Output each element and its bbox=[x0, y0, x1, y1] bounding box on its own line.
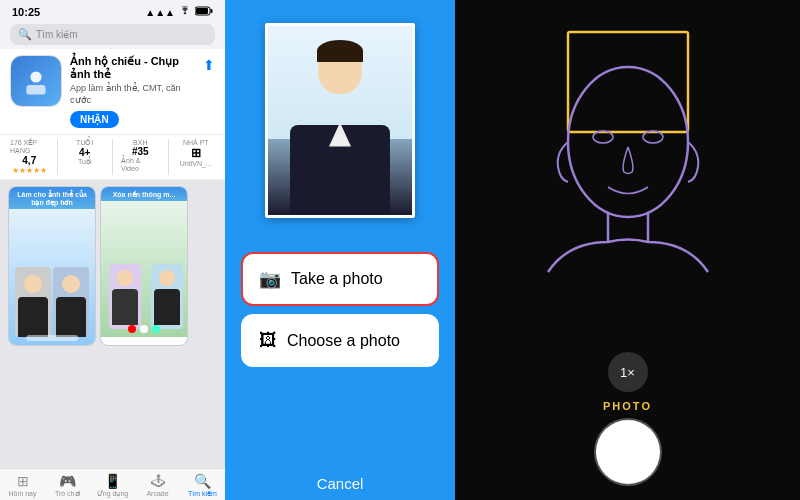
choose-photo-button[interactable]: 🖼 Choose a photo bbox=[241, 314, 439, 367]
gallery-icon: 🖼 bbox=[259, 330, 277, 351]
stat-rank: BXH #35 Ảnh & Video bbox=[121, 139, 160, 175]
screenshots-area: Làm cho ảnh thẻ của bạn đẹp hơn Xó bbox=[0, 180, 225, 468]
svg-rect-4 bbox=[26, 85, 45, 95]
cancel-button[interactable]: Cancel bbox=[309, 467, 372, 500]
battery-icon bbox=[195, 6, 213, 18]
app-icon bbox=[10, 55, 62, 107]
stat-rating: 176 XẾP HẠNG 4,7 ★★★★★ bbox=[10, 139, 49, 175]
svg-rect-1 bbox=[196, 8, 208, 14]
stat-age-label: TUỔI bbox=[76, 139, 93, 147]
nav-search-label: Tìm kiếm bbox=[188, 490, 217, 498]
nav-arcade[interactable]: 🕹 Arcade bbox=[135, 473, 180, 498]
choose-photo-label: Choose a photo bbox=[287, 332, 400, 350]
screenshot-1: Làm cho ảnh thẻ của bạn đẹp hơn bbox=[8, 186, 96, 346]
face-guide-area bbox=[455, 0, 800, 344]
stat-age-value: 4+ bbox=[79, 147, 90, 158]
games-icon: 🎮 bbox=[59, 473, 76, 489]
status-bar: 10:25 ▲▲▲ bbox=[0, 0, 225, 22]
svg-point-6 bbox=[568, 67, 688, 217]
stat-rank-value: #35 bbox=[132, 146, 149, 157]
share-icon[interactable]: ⬆ bbox=[203, 55, 215, 73]
stat-dev-label: NHÀ PT bbox=[183, 139, 209, 146]
app-subtitle: App làm ảnh thẻ, CMT, căn cước bbox=[70, 83, 195, 106]
passport-photo-frame bbox=[265, 23, 415, 218]
get-button[interactable]: NHẬN bbox=[70, 111, 119, 128]
app-header: Ảnh hộ chiếu - Chụp ảnh thẻ App làm ảnh … bbox=[0, 49, 225, 134]
action-buttons-area: 📷 Take a photo 🖼 Choose a photo bbox=[225, 240, 455, 467]
nav-apps-label: Ứng dụng bbox=[97, 490, 128, 498]
nav-today-label: Hôm nay bbox=[8, 490, 36, 497]
zoom-level: 1× bbox=[620, 365, 635, 380]
stat-rating-label: 176 XẾP HẠNG bbox=[10, 139, 49, 155]
take-photo-button[interactable]: 📷 Take a photo bbox=[241, 252, 439, 306]
screenshot-2-body bbox=[101, 201, 187, 337]
svg-point-3 bbox=[30, 71, 41, 82]
screenshot-2: Xóa nền thông m... bbox=[100, 186, 188, 346]
nav-today[interactable]: ⊞ Hôm nay bbox=[0, 473, 45, 498]
nav-arcade-label: Arcade bbox=[146, 490, 168, 497]
stat-age: TUỔI 4+ Tuổi bbox=[66, 139, 105, 175]
today-icon: ⊞ bbox=[17, 473, 29, 489]
app-info: Ảnh hộ chiếu - Chụp ảnh thẻ App làm ảnh … bbox=[70, 55, 195, 128]
signal-icon: ▲▲▲ bbox=[145, 7, 175, 18]
passport-photo-area bbox=[225, 0, 455, 240]
stat-rating-value: 4,7 bbox=[22, 155, 36, 166]
app-stats-row: 176 XẾP HẠNG 4,7 ★★★★★ TUỔI 4+ Tuổi BXH … bbox=[0, 134, 225, 180]
stat-rank-sub: Ảnh & Video bbox=[121, 157, 160, 172]
status-icons: ▲▲▲ bbox=[145, 6, 213, 18]
passport-photo bbox=[268, 26, 412, 215]
search-placeholder: Tìm kiếm bbox=[36, 29, 78, 40]
wifi-icon bbox=[179, 6, 191, 18]
screenshot-1-title: Làm cho ảnh thẻ của bạn đẹp hơn bbox=[9, 187, 95, 209]
stat-dev-sub: UnitVN_... bbox=[180, 160, 212, 167]
face-outline-svg bbox=[488, 12, 768, 332]
stat-dev-icon: ⊞ bbox=[191, 146, 201, 160]
camera-controls: 1× PHOTO bbox=[455, 344, 800, 500]
appstore-panel: 10:25 ▲▲▲ 🔍 Tìm kiếm Ảnh hộ chiếu - Chụp… bbox=[0, 0, 225, 500]
shutter-button[interactable] bbox=[596, 420, 660, 484]
svg-rect-2 bbox=[211, 9, 213, 13]
bottom-nav: ⊞ Hôm nay 🎮 Trò chơi 📱 Ứng dụng 🕹 Arcade… bbox=[0, 468, 225, 500]
camera-icon: 📷 bbox=[259, 268, 281, 290]
zoom-button[interactable]: 1× bbox=[608, 352, 648, 392]
nav-games-label: Trò chơi bbox=[55, 490, 80, 498]
status-time: 10:25 bbox=[12, 6, 40, 18]
stat-rank-label: BXH bbox=[133, 139, 147, 146]
svg-rect-5 bbox=[568, 32, 688, 132]
star-rating: ★★★★★ bbox=[12, 166, 47, 175]
stat-developer: NHÀ PT ⊞ UnitVN_... bbox=[177, 139, 216, 175]
nav-search[interactable]: 🔍 Tìm kiếm bbox=[180, 473, 225, 498]
search-nav-icon: 🔍 bbox=[194, 473, 211, 489]
screenshots-row: Làm cho ảnh thẻ của bạn đẹp hơn Xó bbox=[4, 184, 221, 348]
camera-panel: 1× PHOTO bbox=[455, 0, 800, 500]
app-title: Ảnh hộ chiếu - Chụp ảnh thẻ bbox=[70, 55, 195, 81]
arcade-icon: 🕹 bbox=[151, 473, 165, 489]
stat-age-sub: Tuổi bbox=[78, 158, 91, 166]
nav-games[interactable]: 🎮 Trò chơi bbox=[45, 473, 90, 498]
apps-icon: 📱 bbox=[104, 473, 121, 489]
take-photo-label: Take a photo bbox=[291, 270, 383, 288]
screenshot-1-body bbox=[9, 209, 95, 345]
screenshot-2-title: Xóa nền thông m... bbox=[101, 187, 187, 201]
photo-mode-label: PHOTO bbox=[603, 400, 652, 412]
app-panel: 📷 Take a photo 🖼 Choose a photo Cancel bbox=[225, 0, 455, 500]
nav-apps[interactable]: 📱 Ứng dụng bbox=[90, 473, 135, 498]
